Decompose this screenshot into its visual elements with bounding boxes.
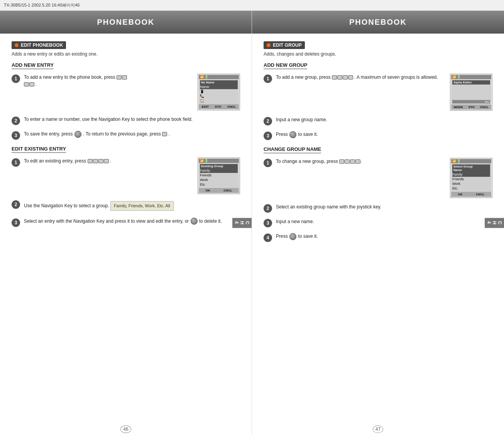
edit-group-section: EDIT GROUP Adds, changes and deletes gro… (264, 41, 492, 242)
left-page-header: PHONEBOOK (0, 11, 252, 34)
screen-1-header: 📶 🔋 (199, 75, 239, 79)
left-ch-tab: CH4 (232, 218, 252, 228)
right-page-content: EDIT GROUP Adds, changes and deletes gro… (252, 34, 504, 423)
section-dot-r (267, 43, 271, 47)
footer4-ok: OK (458, 193, 462, 196)
right-page: PHONEBOOK EDIT GROUP Adds, changes and d… (252, 11, 504, 435)
family-options-box: Family, Friends, Work, Etc, All (110, 201, 174, 211)
ekey-3 (98, 159, 103, 163)
left-step-2: 2 To enter a name or number, use the Nav… (12, 116, 240, 125)
change-step-num-2: 2 (264, 204, 272, 213)
footer3-sto: STO (468, 105, 475, 109)
edit-group-desc: Adds, changes and deletes groups. (264, 51, 492, 57)
key-icon-3 (24, 82, 29, 86)
change-step-1-image: 📶 🔋 Select GroupName Family Friends Work… (450, 158, 492, 198)
footer-edit: EDIT (202, 105, 209, 108)
edit-group-label: EDIT GROUP (273, 42, 302, 48)
right-step-1-image: 📶 🔋 Alpha Editor Abc MODE (450, 74, 492, 111)
screen-3-row-2 (452, 92, 490, 100)
top-bar-text: TX-30B5/15-1 2002.5.20 16:40페이지46 (4, 2, 79, 8)
left-exist-step-2: 2 Use the Navigation Key to select a gro… (12, 200, 240, 212)
top-bar: TX-30B5/15-1 2002.5.20 16:40페이지46 (0, 0, 504, 11)
add-new-group-block: ADD NEW GROUP 1 To add a new group, pres… (264, 62, 492, 140)
change-step-num-4: 4 (264, 234, 272, 242)
right-step-1: 1 To add a new group, press . A maximum … (264, 74, 492, 111)
footer-cncl: CNCL (227, 105, 236, 108)
right-step-3-text: Press to save it. (276, 131, 492, 138)
section-dot (15, 43, 19, 47)
screen-2-row-4: Etc. (200, 182, 238, 187)
left-page-number: 46 (0, 423, 252, 435)
key-icon-2 (122, 75, 127, 80)
left-exist-step-1: 1 To edit an existing entry, press . (12, 157, 240, 194)
screen-2-header: 📶 🔋 (199, 159, 239, 163)
footer3-mode: MODE (454, 105, 463, 109)
right-step-num-3: 3 (264, 132, 272, 140)
change-step-num-1: 1 (264, 159, 272, 167)
ckey-1 (339, 159, 344, 164)
screen-1-row-1: Name (200, 85, 238, 89)
screen-1-row-2: 📱 (200, 89, 238, 94)
screen-3: 📶 🔋 Alpha Editor Abc MODE (450, 74, 492, 111)
change-group-title: CHANGE GROUP NAME (264, 146, 321, 153)
edit-phonebook-label: EDIT PHONEBOOK (21, 42, 63, 48)
screen-2-title: Existing Group (200, 164, 238, 168)
change-step-num-3: 3 (264, 219, 272, 227)
screen-4-row-3: Work (452, 181, 490, 186)
step-num-2: 2 (12, 117, 20, 125)
exist-step-2-text: Use the Navigation Key to select a group… (24, 200, 240, 212)
screen-2-body: Existing Group Family Friends Work Etc. (199, 163, 239, 188)
add-new-entry-title: ADD NEW ENTRY (12, 62, 54, 69)
screen-2-footer: OK CNCL (199, 188, 239, 193)
save-group-btn (289, 131, 296, 138)
right-change-step-2: 2 Select an existing group name with the… (264, 203, 492, 213)
screen-4-row-2: Friends (452, 177, 490, 181)
rkey-1 (332, 75, 337, 80)
screen-4-row-4: Etc. (452, 186, 490, 191)
screen-2-row-1: Family (200, 168, 238, 173)
exist-step-1-text: To edit an existing entry, press . (24, 157, 194, 164)
screen-3-header: 📶 🔋 (451, 75, 491, 79)
screen-4-title: Select GroupName (452, 164, 490, 172)
change-group-name-block: CHANGE GROUP NAME 1 To change a new grou… (264, 146, 492, 242)
screen-3-footer: MODE STO CNCL (451, 105, 491, 110)
right-change-step-1: 1 To change a new group, press . (264, 158, 492, 198)
rkey-2 (337, 75, 342, 80)
ekey-2 (93, 159, 98, 163)
right-step-2-text: Input a new group name. (276, 116, 492, 123)
step-num-1: 1 (12, 74, 20, 83)
rkey-4 (348, 75, 353, 80)
screen-4: 📶 🔋 Select GroupName Family Friends Work… (450, 158, 492, 198)
screen-1: 📶 🔋 No Name Name 📱 📞 🏠 (198, 74, 240, 110)
edit-existing-title: EDIT EXISTING ENTRY (12, 146, 66, 153)
footer4-cncl: CNCL (476, 193, 484, 196)
screen-3-row-1 (452, 85, 490, 92)
exist-step-1-image: 📶 🔋 Existing Group Family Friends Work E… (198, 157, 240, 194)
back-key-icon (162, 132, 167, 136)
ckey-3 (350, 159, 355, 164)
screen-2-row-2: Friends (200, 173, 238, 178)
change-step-1-text: To change a new group, press . (276, 158, 446, 165)
right-step-2: 2 Input a new group name. (264, 116, 492, 125)
screen-1-footer: EDIT STO CNCL (199, 104, 239, 109)
right-ch-tab: CH4 (485, 218, 504, 228)
right-change-step-3: 3 Input a new name. (264, 218, 492, 227)
abc-badge: Abc (452, 100, 490, 103)
screen-3-body: Alpha Editor Abc (451, 79, 491, 105)
step-1-image: 📶 🔋 No Name Name 📱 📞 🏠 (198, 74, 240, 110)
screen-1-body: No Name Name 📱 📞 🏠 (199, 79, 239, 104)
right-step-3: 3 Press to save it. (264, 131, 492, 140)
rkey-3 (343, 75, 348, 80)
right-step-num-1: 1 (264, 74, 272, 83)
change-step-2-text: Select an existing group name with the j… (276, 203, 492, 210)
edit-existing-entry-block: EDIT EXISTING ENTRY 1 To edit an existin… (12, 146, 240, 227)
add-new-entry-block: ADD NEW ENTRY 1 To add a new entry to th… (12, 62, 240, 140)
screen-4-row-1: Family (452, 172, 490, 177)
screen-4-icons: 📶 🔋 (452, 159, 461, 163)
footer-sto: STO (215, 105, 221, 108)
left-page: PHONEBOOK EDIT PHONEBOOK Adds a new entr… (0, 11, 252, 435)
right-step-num-2: 2 (264, 117, 272, 125)
screen-2-row-3: Work (200, 178, 238, 182)
screen-3-icons: 📶 🔋 (452, 75, 461, 79)
change-step-3-text: Input a new name. (276, 218, 492, 225)
